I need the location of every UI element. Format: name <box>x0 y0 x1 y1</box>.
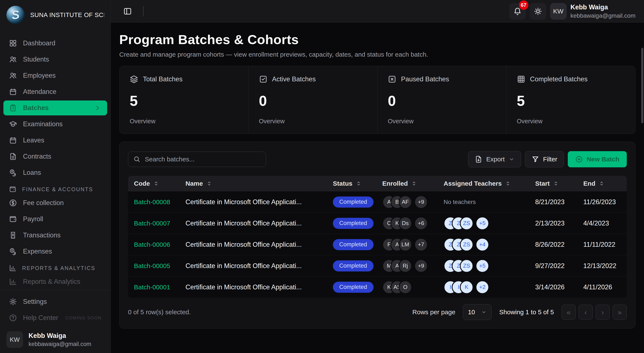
calendar-icon <box>9 88 17 96</box>
stat-footer: Overview <box>259 118 367 125</box>
start-date: 2/13/2023 <box>529 220 577 227</box>
column-header-name[interactable]: Name <box>180 180 327 187</box>
theme-toggle-button[interactable] <box>530 3 546 20</box>
profile-email: kebbawaiga@gmail.com <box>28 341 91 348</box>
batch-code-link[interactable]: Batch-00006 <box>128 241 180 248</box>
sidebar-item-label: Payroll <box>23 215 43 223</box>
sidebar-item-help-center[interactable]: Help Center COMING SOON <box>4 310 107 325</box>
dollar-circle-icon <box>9 199 17 207</box>
column-label: Code <box>134 180 150 187</box>
profile-name: Kebb Waiga <box>28 332 91 340</box>
sidebar-item-expenses[interactable]: Expenses <box>4 244 107 259</box>
next-page-button[interactable]: › <box>596 305 610 320</box>
prev-page-button[interactable]: ‹ <box>578 305 593 320</box>
sidebar-item-students[interactable]: Students <box>4 52 107 67</box>
table-footer: 0 of 5 row(s) selected. Rows per page 10… <box>128 304 627 320</box>
sidebar-item-label: Contracts <box>23 153 51 160</box>
avatar-overflow-count: +2 <box>476 280 489 294</box>
sidebar-item-employees[interactable]: Employees <box>4 68 107 83</box>
status-cell: Completed <box>327 239 376 250</box>
section-header-label: REPORTS & ANALYTICS <box>22 265 96 271</box>
user-email: kebbawaiga@gmail.com <box>570 12 636 19</box>
sidebar-item-dashboard[interactable]: Dashboard <box>4 36 107 51</box>
chevron-right-icon <box>94 104 102 112</box>
app-root: S SUNA INSTITUTE OF SCI... DashboardStud… <box>0 0 644 353</box>
table-row[interactable]: Batch-00008Certificate in Microsoft Offi… <box>128 191 627 212</box>
column-label: Enrolled <box>382 180 408 187</box>
bar-chart-icon <box>9 264 16 272</box>
avatar: ZS <box>460 216 474 230</box>
brand-logo-letter: S <box>11 8 20 22</box>
sidebar-section-header: FINANCE & ACCOUNTS <box>4 183 107 196</box>
column-label: Status <box>333 180 352 187</box>
sidebar-item-examinations[interactable]: Examinations <box>4 117 107 132</box>
section-header-label: FINANCE & ACCOUNTS <box>22 186 93 192</box>
batch-code-link[interactable]: Batch-00007 <box>128 220 180 227</box>
column-header-start[interactable]: Start <box>529 180 577 187</box>
column-header-end[interactable]: End <box>577 180 627 187</box>
teachers-cell: ZZZS+5 <box>438 259 529 273</box>
sidebar-item-loans[interactable]: Loans <box>4 165 107 180</box>
sidebar-item-fee-collection[interactable]: Fee collection <box>4 196 107 210</box>
avatar-overflow-count: +4 <box>476 238 489 252</box>
filter-button[interactable]: Filter <box>525 151 564 167</box>
sidebar-item-leaves[interactable]: Leaves <box>4 133 107 148</box>
main: 67 KW Kebb Waiga kebbawaiga@gmail.com Pr… <box>111 0 644 353</box>
rows-per-page-value: 10 <box>468 308 475 316</box>
sidebar-profile[interactable]: KW Kebb Waiga kebbawaiga@gmail.com <box>4 331 107 348</box>
sidebar-item-label: Attendance <box>23 88 56 96</box>
batch-code-link[interactable]: Batch-00008 <box>128 198 180 206</box>
sidebar-toggle-button[interactable] <box>119 3 136 20</box>
column-header-enrolled[interactable]: Enrolled <box>376 180 438 187</box>
notifications-button[interactable]: 67 <box>509 3 526 20</box>
sidebar-item-reports-analytics[interactable]: Reports & Analytics <box>4 274 107 289</box>
sidebar-item-label: Settings <box>23 298 47 306</box>
batch-name: Certificate in Microsoft Office Applicat… <box>180 220 327 227</box>
sidebar-item-settings[interactable]: Settings <box>4 294 107 309</box>
search-icon <box>133 156 140 163</box>
square-x-icon <box>388 75 396 84</box>
column-header-code[interactable]: Code <box>128 180 180 187</box>
stat-header: Completed Batches <box>517 75 625 84</box>
new-batch-button[interactable]: New Batch <box>568 151 627 167</box>
enrolled-cell: FALM+7 <box>376 238 438 252</box>
batch-code-link[interactable]: Batch-00005 <box>128 262 180 270</box>
sidebar-item-label: Leaves <box>23 136 44 144</box>
scrollbar-thumb[interactable] <box>641 48 643 123</box>
sidebar-item-label: Loans <box>23 169 41 176</box>
stat-header: Paused Batches <box>388 75 496 84</box>
avatar[interactable]: KW <box>550 3 567 20</box>
file-text-icon <box>9 152 17 160</box>
column-header-status[interactable]: Status <box>327 180 376 187</box>
selected-rows-text: 0 of 5 row(s) selected. <box>128 308 191 316</box>
bar-chart-icon <box>9 278 17 286</box>
end-date: 12/13/2022 <box>577 262 627 270</box>
search-input[interactable] <box>145 156 261 163</box>
status-cell: Completed <box>327 260 376 272</box>
sidebar-section-header: REPORTS & ANALYTICS <box>4 262 107 274</box>
topbar: 67 KW Kebb Waiga kebbawaiga@gmail.com <box>111 0 644 22</box>
table-row[interactable]: Batch-00005Certificate in Microsoft Offi… <box>128 255 627 276</box>
last-page-button[interactable]: » <box>613 305 627 320</box>
stat-value: 5 <box>517 92 625 109</box>
status-badge: Completed <box>333 282 374 293</box>
batch-code-link[interactable]: Batch-00001 <box>128 284 180 291</box>
enrolled-cell: KASO <box>376 280 438 294</box>
sidebar-item-label: Dashboard <box>23 40 55 47</box>
export-button[interactable]: Export <box>468 151 521 167</box>
sidebar-item-transactions[interactable]: Transactions <box>4 228 107 243</box>
user-name: Kebb Waiga <box>570 4 636 11</box>
sidebar-item-attendance[interactable]: Attendance <box>4 84 107 99</box>
sidebar-item-label: Students <box>23 56 49 63</box>
table-row[interactable]: Batch-00001Certificate in Microsoft Offi… <box>128 276 627 298</box>
sidebar-item-payroll[interactable]: Payroll <box>4 212 107 226</box>
sidebar-item-batches[interactable]: Batches <box>4 100 107 116</box>
teacher-avatars: ZZZS+4 <box>444 238 489 252</box>
table-row[interactable]: Batch-00007Certificate in Microsoft Offi… <box>128 212 627 234</box>
table-row[interactable]: Batch-00006Certificate in Microsoft Offi… <box>128 234 627 255</box>
first-page-button[interactable]: « <box>562 305 576 320</box>
rows-per-page-select[interactable]: 10 <box>463 304 492 320</box>
status-cell: Completed <box>327 196 376 208</box>
sidebar-item-contracts[interactable]: Contracts <box>4 149 107 164</box>
column-header-assigned-teachers[interactable]: Assigned Teachers <box>438 180 529 187</box>
